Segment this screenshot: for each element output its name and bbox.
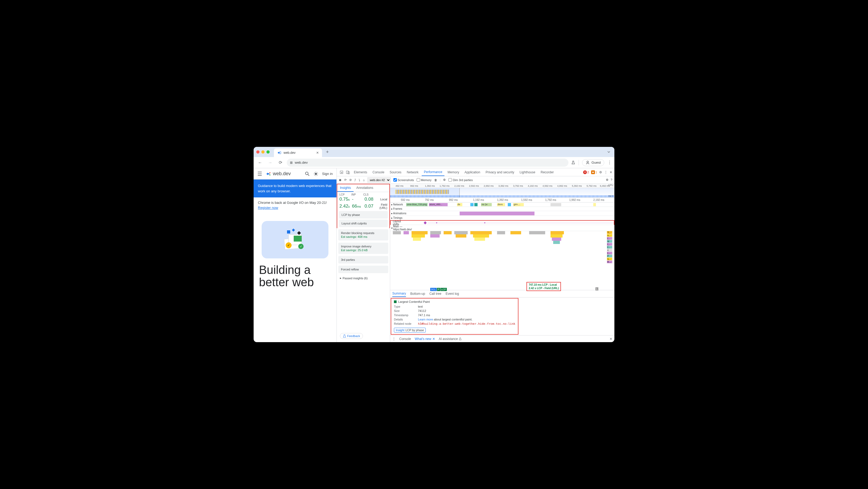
insight-lcp-by-phase[interactable]: LCP by phase	[339, 211, 388, 219]
memory-checkbox[interactable]: Memory	[416, 178, 432, 182]
flame-chart[interactable]: T... x... (... Iz (... (... c (... F s..…	[390, 231, 614, 290]
insight-3rd-parties[interactable]: 3rd parties	[338, 256, 388, 263]
inspect-icon[interactable]	[339, 170, 344, 175]
maximize-window-button[interactable]	[267, 150, 270, 153]
capture-settings-icon[interactable]: ⚙	[606, 178, 609, 182]
metrics-field: 2.42s 66ms 0.07 Field (URL)	[337, 202, 390, 210]
insight-lcp-chip[interactable]: Insight LCP by phase	[394, 328, 426, 333]
insights-tab[interactable]: Insights	[337, 184, 353, 192]
window-controls	[256, 150, 270, 153]
summary-tab-bottomup[interactable]: Bottom-up	[410, 291, 425, 297]
devtools-tab-privacy[interactable]: Privacy and security	[484, 169, 516, 176]
close-window-button[interactable]	[256, 150, 259, 153]
devtools-tab-lighthouse[interactable]: Lighthouse	[517, 169, 537, 176]
menu-icon[interactable]: ☰	[257, 171, 262, 177]
feedback-button[interactable]: Feedback	[340, 333, 363, 339]
svg-line-4	[308, 174, 309, 176]
register-link[interactable]: Register now	[258, 206, 278, 210]
svg-line-11	[317, 175, 318, 175]
track-layout-shifts[interactable]: Layout shifts	[390, 220, 614, 225]
summary-tab-calltree[interactable]: Call tree	[430, 291, 441, 297]
detail-ruler[interactable]: 592 ms 792 ms 992 ms 1,192 ms 1,392 ms 1…	[390, 198, 614, 202]
theme-toggle-icon[interactable]	[313, 171, 318, 176]
track-frames[interactable]: ▸ Frames	[390, 207, 614, 211]
timeline-area: 492 ms 992 ms 1,392 ms 1,792 ms 2,192 ms…	[390, 184, 614, 342]
tab-favicon	[277, 151, 281, 155]
devtools-tab-elements[interactable]: Elements	[352, 169, 369, 176]
site-settings-icon[interactable]: ⊞	[290, 161, 292, 165]
devtools-tab-network[interactable]: Network	[405, 169, 421, 176]
svg-line-13	[317, 172, 318, 173]
labs-icon[interactable]	[571, 161, 576, 165]
warning-count[interactable]: ■1	[591, 170, 597, 174]
track-timings[interactable]: ▸ Timings	[390, 216, 614, 220]
drawer-tab-ai[interactable]: AI assistance	[439, 337, 462, 341]
metrics-grid: LCP INP CLS 0.75s - 0.08 Local	[337, 192, 390, 210]
error-count[interactable]: ✕2	[583, 170, 589, 174]
insights-panel: Insights Annotations LCP INP CLS 0	[337, 184, 390, 342]
insight-image-delivery[interactable]: Improve image delivery Est savings: 25.0…	[338, 242, 388, 254]
insight-render-blocking[interactable]: Render blocking requests Est savings: 40…	[338, 229, 388, 240]
track-network[interactable]: ▸ Network ome-blue_720.png ature_480... …	[390, 202, 614, 207]
devtools-tab-memory[interactable]: Memory	[445, 169, 461, 176]
summary-body: Largest Contentful Paint Typetext Size74…	[391, 298, 519, 335]
page-viewport: ☰ web.dev Sign in Guidance to build mode…	[254, 168, 337, 342]
track-main[interactable]: ▾ Main — https://web.dev/	[390, 225, 614, 231]
svg-line-12	[314, 175, 315, 175]
drawer-tab-whatsnew[interactable]: What's new ✕	[415, 337, 435, 341]
passed-insights-toggle[interactable]: ▸ Passed insights (6)	[337, 274, 390, 282]
summary-tab-eventlog[interactable]: Event log	[445, 291, 459, 297]
settings-icon[interactable]: ⚙	[599, 170, 602, 174]
devtools-tab-console[interactable]: Console	[370, 169, 386, 176]
minimize-window-button[interactable]	[261, 150, 265, 153]
overview-ruler[interactable]: 492 ms 992 ms 1,392 ms 1,792 ms 2,192 ms…	[390, 184, 614, 188]
signin-link[interactable]: Sign in	[322, 172, 333, 176]
drawer-menu-icon[interactable]: ⋮	[392, 337, 396, 341]
browser-menu-button[interactable]: ⋮	[608, 160, 612, 165]
drawer-tab-console[interactable]: Console	[399, 337, 411, 341]
hero-title: Building a better web	[254, 264, 337, 288]
devtools-tab-application[interactable]: Application	[462, 169, 483, 176]
url-input[interactable]: ⊞ web.dev	[287, 159, 568, 167]
tab-overflow-button[interactable]	[606, 149, 612, 155]
reload-record-button[interactable]: ⟳	[344, 178, 347, 182]
screenshots-checkbox[interactable]: Screenshots	[393, 178, 414, 182]
track-animations[interactable]: ▸ Animations	[390, 211, 614, 216]
devtools-tab-recorder[interactable]: Recorder	[538, 169, 556, 176]
forward-button[interactable]: →	[267, 159, 274, 166]
devtools-close-icon[interactable]: ✕	[610, 170, 612, 174]
devtools-tab-performance[interactable]: Performance	[422, 169, 444, 176]
overview-minimap[interactable]: NET	[390, 188, 614, 198]
related-node-link[interactable]: h3#building-a-better-web-together.hide-f…	[418, 322, 515, 325]
profile-button[interactable]: Guest	[582, 159, 604, 166]
devtools-tab-sources[interactable]: Sources	[388, 169, 404, 176]
upload-button[interactable]: ⤴	[354, 178, 356, 182]
dim-3rd-parties-checkbox[interactable]: Dim 3rd parties	[448, 178, 473, 182]
drawer-close-icon[interactable]: ✕	[610, 337, 612, 341]
site-logo[interactable]: web.dev	[266, 171, 291, 177]
browser-tab[interactable]: web.dev ✕	[274, 148, 322, 157]
gc-button[interactable]: 🗑	[434, 178, 437, 182]
browser-window: web.dev ✕ + ← → ⟳ ⊞ web.dev Guest ⋮	[254, 147, 614, 342]
insight-layout-shift-culprits[interactable]: Layout shift culprits	[339, 220, 388, 227]
tab-close-button[interactable]: ✕	[316, 151, 319, 154]
back-button[interactable]: ←	[256, 159, 264, 166]
devtools-more-icon[interactable]: ⋮	[604, 170, 608, 174]
annotations-tab[interactable]: Annotations	[353, 184, 376, 192]
home-button[interactable]: ⌂	[363, 178, 365, 182]
recording-select[interactable]: web.dev #2	[368, 177, 391, 183]
search-icon[interactable]	[305, 171, 310, 176]
summary-tabs: Summary Bottom-up Call tree Event log	[390, 290, 614, 297]
new-tab-button[interactable]: +	[323, 148, 331, 156]
summary-tab-summary[interactable]: Summary	[392, 290, 406, 297]
record-button[interactable]: ◉	[339, 178, 342, 182]
reload-button[interactable]: ⟳	[277, 159, 284, 166]
insight-forced-reflow[interactable]: Forced reflow	[338, 266, 388, 273]
clear-button[interactable]: ⊘	[349, 178, 352, 182]
learn-more-link[interactable]: Learn more	[418, 318, 433, 321]
help-icon[interactable]: ?	[611, 178, 612, 182]
device-toggle-icon[interactable]	[345, 170, 351, 175]
lcp-marker-callout: 747.10 ms LCP - Local 2.42 s LCP - Field…	[526, 282, 561, 291]
download-button[interactable]: ⤵	[359, 178, 360, 182]
settings-toggle-icon[interactable]: ⚙	[443, 178, 446, 182]
